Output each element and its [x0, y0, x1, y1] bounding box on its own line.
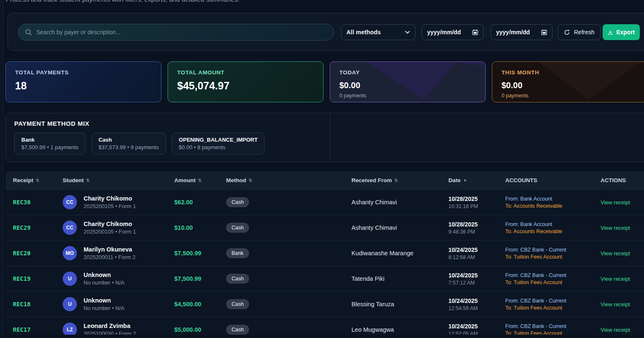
calendar-icon: [472, 29, 478, 35]
panel-divider: [330, 113, 331, 162]
column-label: ACTIONS: [601, 177, 626, 183]
date-cell: 10/24/2025 12:52:05 AM: [448, 323, 505, 335]
sort-icon: ⇅: [36, 178, 39, 183]
date-cell: 10/24/2025 7:57:12 AM: [448, 272, 505, 286]
receipt-id[interactable]: REC30: [13, 199, 63, 206]
column-header-date[interactable]: Date ▼: [448, 177, 505, 183]
stat-sub: 0 payments: [339, 93, 476, 99]
column-label: Method: [226, 177, 246, 183]
page-left-edge-outer: [1, 0, 1, 338]
table-row: REC29 CC Charity Chikomo 2025200105 • Fo…: [5, 215, 644, 240]
chevron-down-icon: [405, 30, 410, 34]
date-to-input[interactable]: yyyy/mm/dd: [491, 24, 552, 40]
view-receipt-link[interactable]: View receipt: [601, 327, 630, 333]
student-cell: CC Charity Chikomo 2025200105 • Form 1: [63, 195, 174, 209]
account-from: From: CBZ Bank - Current: [505, 247, 601, 253]
view-receipt-link[interactable]: View receipt: [601, 276, 630, 282]
export-button[interactable]: Export: [603, 24, 640, 40]
actions-cell: View receipt: [601, 300, 644, 308]
stat-value: $0.00: [501, 81, 638, 90]
account-from: From: Bank Account: [505, 196, 601, 202]
stat-value: 18: [15, 80, 152, 92]
column-label: Date: [448, 177, 461, 183]
receipt-id[interactable]: REC19: [13, 275, 63, 282]
method-chip-detail: $0.00 • 8 payments: [179, 144, 258, 150]
sort-icon: ⇅: [86, 178, 89, 183]
column-header-amount[interactable]: Amount ⇅: [174, 177, 226, 183]
stat-card-this-month: THIS MONTH $0.00 0 payments: [492, 61, 644, 102]
column-header-receipt[interactable]: Receipt ⇅: [13, 177, 63, 183]
receipt-id[interactable]: REC17: [13, 326, 63, 333]
method-cell: Cash: [226, 274, 351, 284]
student-info: Marilyn Okuneva 2025200011 • Form 2: [84, 246, 135, 260]
actions-cell: View receipt: [601, 198, 644, 206]
payment-date: 10/24/2025: [448, 247, 505, 253]
payment-amount: $4,500.00: [174, 301, 226, 308]
method-chip-detail: $37,573.98 • 9 payments: [99, 144, 159, 150]
avatar: U: [63, 272, 77, 286]
method-filter-value: All methods: [346, 29, 381, 36]
stat-value: $0.00: [339, 81, 476, 90]
actions-cell: View receipt: [601, 224, 644, 231]
account-to: To: Tuition Fees Account: [505, 280, 601, 285]
refresh-button[interactable]: Refresh: [558, 24, 601, 40]
filter-panel: All methods yyyy/mm/dd yyyy/mm/dd Refres…: [8, 13, 644, 51]
table-header-row: Receipt ⇅ Student ⇅ Amount ⇅ Method ⇅ Re…: [5, 171, 644, 189]
actions-cell: View receipt: [601, 326, 644, 333]
receipt-id[interactable]: REC29: [13, 224, 63, 231]
receipt-id[interactable]: REC18: [13, 301, 63, 308]
account-from: From: CBZ Bank - Current: [505, 323, 601, 329]
account-from: From: Bank Account: [505, 221, 601, 227]
method-chip-bank: Bank $7,500.99 • 1 payments: [14, 132, 86, 155]
method-filter-select[interactable]: All methods: [341, 24, 415, 40]
method-badge: Cash: [226, 223, 249, 233]
student-info: Charity Chikomo 2025200105 • Form 1: [84, 221, 136, 235]
received-from: Ashanty Chimavi: [351, 224, 448, 231]
sort-icon: ⇅: [249, 178, 252, 183]
student-number-form: 2025200105 • Form 1: [84, 203, 136, 209]
stat-card-total-amount: TOTAL AMOUNT $45,074.97: [168, 61, 323, 102]
view-receipt-link[interactable]: View receipt: [601, 225, 630, 231]
method-cell: Cash: [226, 223, 351, 233]
page-subtitle: Process and track student payments with …: [6, 0, 239, 3]
date-cell: 10/24/2025 8:12:58 AM: [448, 247, 505, 260]
student-name: Unknown: [84, 272, 125, 278]
stat-card-total-payments: TOTAL PAYMENTS 18: [5, 61, 161, 102]
column-label: Receipt: [13, 177, 33, 183]
date-cell: 10/24/2025 12:54:59 AM: [448, 297, 505, 311]
payment-method-mix-title: PAYMENT METHOD MIX: [14, 120, 89, 127]
column-header-received-from[interactable]: Received From ⇅: [351, 177, 448, 183]
view-receipt-link[interactable]: View receipt: [601, 199, 630, 206]
sort-icon: ⇅: [395, 178, 398, 183]
student-name: Unknown: [84, 297, 125, 304]
column-header-actions: ACTIONS: [601, 177, 644, 183]
payment-date: 10/24/2025: [448, 272, 505, 279]
table-row: REC30 CC Charity Chikomo 2025200105 • Fo…: [5, 189, 644, 215]
received-from: Kudiwanashe Marange: [351, 250, 448, 257]
column-label: ACCOUNTS: [505, 177, 537, 183]
refresh-icon: [564, 29, 570, 36]
column-header-student[interactable]: Student ⇅: [63, 177, 174, 183]
method-badge: Cash: [226, 325, 249, 335]
view-receipt-link[interactable]: View receipt: [601, 250, 630, 257]
date-from-input[interactable]: yyyy/mm/dd: [422, 24, 484, 40]
payment-amount: $7,500.99: [174, 275, 226, 282]
student-name: Leonard Zvimba: [84, 323, 136, 329]
page-left-edge-inner: [3, 0, 3, 338]
account-to: To: Tuition Fees Account: [505, 330, 601, 335]
date-cell: 10/28/2025 9:48:36 PM: [448, 221, 505, 235]
payment-time: 12:52:05 AM: [448, 331, 505, 335]
payment-amount: $7,500.99: [174, 250, 226, 257]
method-badge: Cash: [226, 197, 249, 207]
receipt-id[interactable]: REC20: [13, 250, 63, 257]
payment-time: 10:31:18 PM: [448, 203, 505, 209]
actions-cell: View receipt: [601, 249, 644, 257]
payment-date: 10/28/2025: [448, 196, 505, 202]
view-receipt-link[interactable]: View receipt: [601, 301, 630, 308]
column-header-method[interactable]: Method ⇅: [226, 177, 351, 183]
search-input[interactable]: [36, 29, 327, 36]
stat-label: THIS MONTH: [501, 69, 638, 76]
search-box[interactable]: [18, 24, 334, 41]
date-to-value: yyyy/mm/dd: [496, 29, 530, 36]
avatar: CC: [63, 195, 77, 209]
